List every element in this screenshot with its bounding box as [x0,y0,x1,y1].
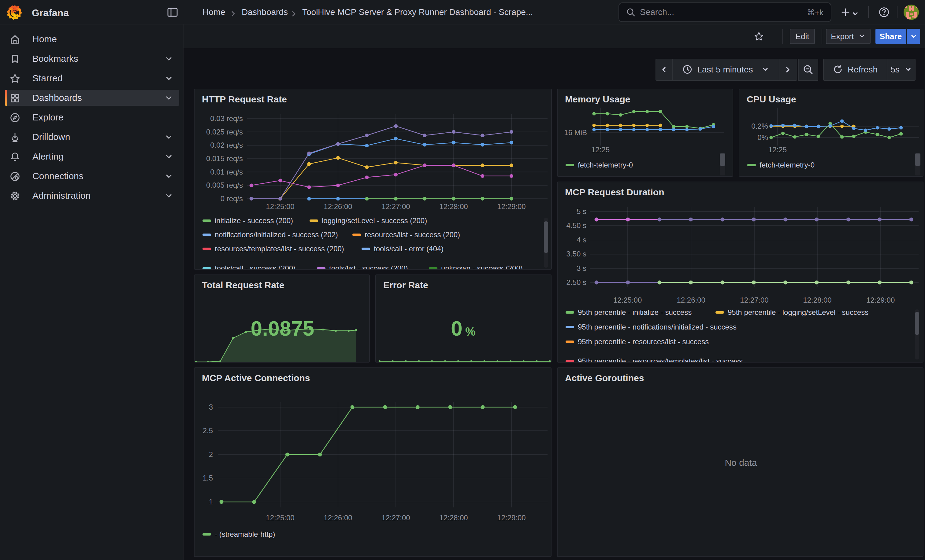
svg-text:95th percentile - initialize -: 95th percentile - initialize - success [578,308,691,316]
svg-text:tools/call - error (404): tools/call - error (404) [374,245,443,253]
svg-text:0.005 req/s: 0.005 req/s [206,181,243,189]
svg-text:16 MiB: 16 MiB [564,128,587,137]
svg-text:95th percentile - logging/setL: 95th percentile - logging/setLevel - suc… [728,308,868,316]
svg-text:resources/list - success (200): resources/list - success (200) [365,230,460,239]
svg-text:- (streamable-http): - (streamable-http) [215,530,275,538]
svg-text:unknown - success (200): unknown - success (200) [441,264,523,270]
svg-text:12:25:00: 12:25:00 [266,513,294,522]
svg-text:fetch-telemetry-0: fetch-telemetry-0 [578,161,633,169]
svg-text:0.025 req/s: 0.025 req/s [206,128,243,136]
svg-text:12:29:00: 12:29:00 [866,296,895,304]
svg-text:0%: 0% [757,133,768,141]
svg-text:12:26:00: 12:26:00 [324,513,352,522]
svg-text:12:27:00: 12:27:00 [381,513,410,522]
svg-text:0.02 req/s: 0.02 req/s [210,141,243,149]
svg-text:0.2%: 0.2% [751,122,768,130]
svg-text:0.015 req/s: 0.015 req/s [206,155,243,163]
svg-text:12:25:00: 12:25:00 [613,296,642,304]
svg-text:5 s: 5 s [577,207,586,216]
svg-text:initialize - success (200): initialize - success (200) [215,216,293,225]
svg-text:12:26:00: 12:26:00 [324,203,352,211]
svg-text:tools/list - success (200): tools/list - success (200) [329,264,408,270]
svg-text:4 s: 4 s [577,236,586,244]
svg-text:12:29:00: 12:29:00 [497,513,526,522]
svg-text:fetch-telemetry-0: fetch-telemetry-0 [759,161,815,169]
svg-text:0.03 req/s: 0.03 req/s [210,114,243,123]
svg-text:3: 3 [209,403,213,411]
svg-text:notifications/initialized - su: notifications/initialized - success (202… [215,230,338,239]
svg-text:12:28:00: 12:28:00 [439,203,468,211]
svg-text:1.5: 1.5 [203,474,213,482]
svg-text:12:27:00: 12:27:00 [740,296,768,304]
svg-text:95th percentile - resources/li: 95th percentile - resources/list - succe… [578,338,709,346]
svg-text:12:25: 12:25 [768,146,787,154]
svg-text:12:26:00: 12:26:00 [676,296,705,304]
svg-text:resources/templates/list - suc: resources/templates/list - success (200) [215,245,344,253]
svg-text:12:28:00: 12:28:00 [439,513,468,522]
svg-text:tools/call - success (200): tools/call - success (200) [215,264,295,270]
svg-text:%: % [465,325,476,338]
svg-text:0 req/s: 0 req/s [220,194,243,203]
svg-text:1: 1 [209,498,213,506]
svg-text:12:25:00: 12:25:00 [266,203,294,211]
svg-text:logging/setLevel - success (20: logging/setLevel - success (200) [322,216,427,225]
svg-text:2: 2 [209,450,213,458]
svg-text:12:25: 12:25 [591,146,610,154]
svg-text:12:29:00: 12:29:00 [497,203,526,211]
svg-text:95th percentile - notification: 95th percentile - notifications/initiali… [578,323,737,331]
svg-text:2.5: 2.5 [203,426,213,435]
svg-text:No data: No data [725,458,757,468]
svg-text:95th percentile - resources/te: 95th percentile - resources/templates/li… [578,357,743,363]
svg-text:3.50 s: 3.50 s [566,250,586,258]
svg-text:0: 0 [451,317,462,340]
svg-text:4.50 s: 4.50 s [566,221,586,230]
svg-text:2.50 s: 2.50 s [566,278,586,287]
svg-text:12:28:00: 12:28:00 [803,296,832,304]
svg-text:0.0875: 0.0875 [250,317,314,340]
svg-text:12:27:00: 12:27:00 [381,203,410,211]
svg-text:3 s: 3 s [577,264,586,272]
svg-text:0.01 req/s: 0.01 req/s [210,168,243,176]
